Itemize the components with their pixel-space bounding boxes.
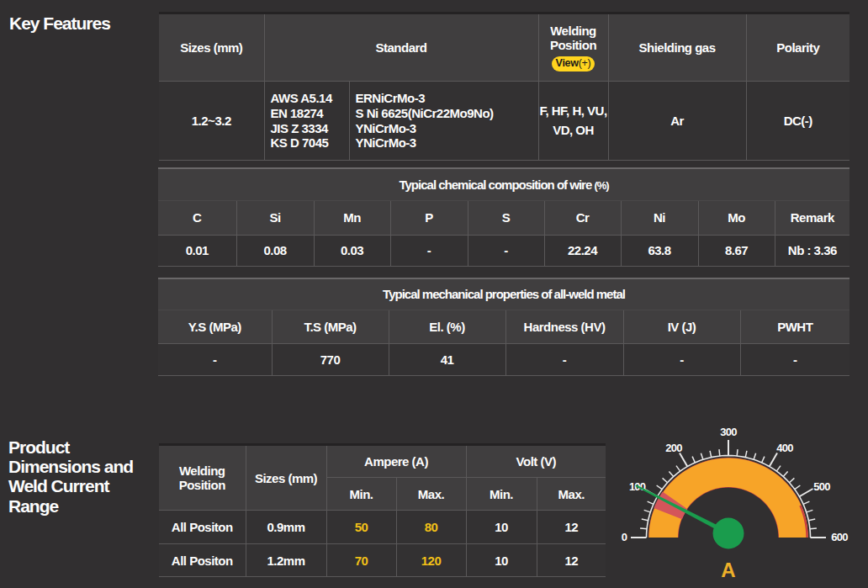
svg-text:300: 300	[720, 426, 737, 438]
svg-text:0: 0	[622, 531, 627, 543]
svg-text:600: 600	[831, 531, 848, 543]
svg-text:500: 500	[813, 480, 830, 493]
svg-text:400: 400	[776, 442, 793, 454]
svg-text:A: A	[721, 559, 735, 581]
svg-text:200: 200	[665, 442, 682, 454]
